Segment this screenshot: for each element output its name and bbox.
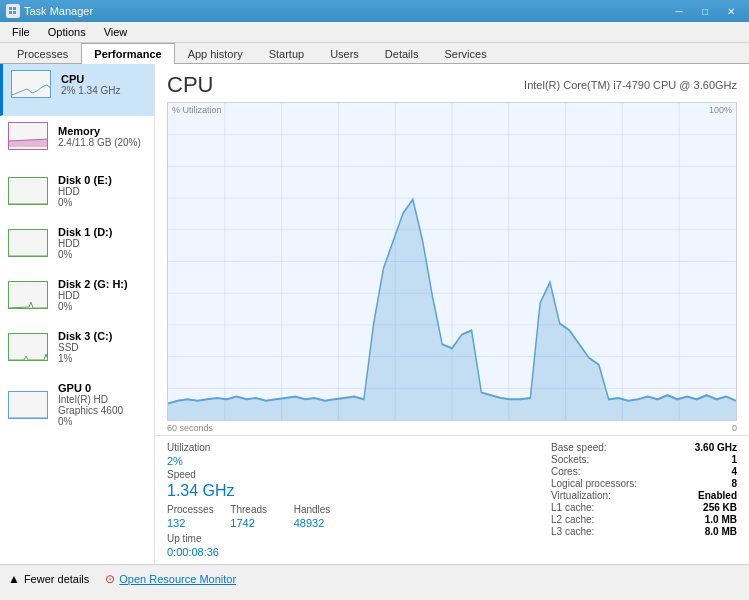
title-bar-controls: ─ □ ✕ — [667, 3, 743, 19]
svg-rect-0 — [9, 7, 12, 10]
cpu-right-panel: CPU Intel(R) Core(TM) i7-4790 CPU @ 3.60… — [155, 64, 749, 564]
sidebar-item-gpu0[interactable]: GPU 0 Intel(R) HD Graphics 4600 0% — [0, 376, 154, 434]
sockets-row: Sockets: 1 — [551, 454, 737, 465]
memory-sidebar-info: Memory 2.4/11.8 GB (20%) — [58, 125, 141, 148]
cpu-sidebar-name: CPU — [61, 73, 120, 85]
fewer-details-label: Fewer details — [24, 573, 89, 585]
gpu-sidebar-name: GPU 0 — [58, 382, 146, 394]
sockets-key: Sockets: — [551, 454, 589, 465]
utilization-value: 2% — [167, 455, 353, 467]
sidebar-item-memory[interactable]: Memory 2.4/11.8 GB (20%) — [0, 116, 154, 168]
close-button[interactable]: ✕ — [719, 3, 743, 19]
stats-col1: Utilization 2% Speed 1.34 GHz Processes … — [167, 442, 353, 558]
logical-proc-key: Logical processors: — [551, 478, 637, 489]
threads-label: Threads — [230, 504, 289, 515]
sidebar-item-disk1[interactable]: Disk 1 (D:) HDD 0% — [0, 220, 154, 272]
cores-val: 4 — [731, 466, 737, 477]
tab-app-history[interactable]: App history — [175, 43, 256, 64]
disk3-sidebar-name: Disk 3 (C:) — [58, 330, 112, 342]
logical-proc-row: Logical processors: 8 — [551, 478, 737, 489]
tab-bar: Processes Performance App history Startu… — [0, 43, 749, 64]
base-speed-row: Base speed: 3.60 GHz — [551, 442, 737, 453]
cpu-chart-svg — [168, 103, 736, 420]
cpu-panel-model: Intel(R) Core(TM) i7-4790 CPU @ 3.60GHz — [524, 79, 737, 91]
title-bar-left: Task Manager — [6, 4, 93, 18]
cpu-stats-section: Utilization 2% Speed 1.34 GHz Processes … — [155, 435, 749, 564]
processes-stat: Processes 132 — [167, 504, 226, 529]
threads-stat: Threads 1742 — [230, 504, 289, 529]
pth-stats: Processes 132 Threads 1742 Handles 48932 — [167, 504, 353, 529]
chart-y-max: 100% — [709, 105, 732, 115]
svg-rect-2 — [9, 11, 12, 14]
sidebar-item-disk0[interactable]: Disk 0 (E:) HDD 0% — [0, 168, 154, 220]
sidebar-item-cpu[interactable]: CPU 2% 1.34 GHz — [0, 64, 154, 116]
fewer-details-item[interactable]: ▲ Fewer details — [8, 572, 89, 586]
title-bar-text: Task Manager — [24, 5, 93, 17]
sidebar-item-disk2[interactable]: Disk 2 (G: H:) HDD 0% — [0, 272, 154, 324]
l3-cache-key: L3 cache: — [551, 526, 594, 537]
handles-value: 48932 — [294, 517, 353, 529]
cpu-panel-title: CPU — [167, 72, 213, 98]
disk2-sidebar-util: 0% — [58, 301, 128, 312]
title-bar: Task Manager ─ □ ✕ — [0, 0, 749, 22]
speed-stat: Speed 1.34 GHz — [167, 469, 353, 500]
fewer-details-icon: ▲ — [8, 572, 20, 586]
disk3-mini-graph — [8, 333, 48, 361]
gpu-mini-graph — [8, 391, 48, 419]
tab-startup[interactable]: Startup — [256, 43, 317, 64]
disk2-sidebar-sub: HDD — [58, 290, 128, 301]
memory-sidebar-sub: 2.4/11.8 GB (20%) — [58, 137, 141, 148]
tab-details[interactable]: Details — [372, 43, 432, 64]
disk1-mini-graph — [8, 229, 48, 257]
l1-cache-val: 256 KB — [703, 502, 737, 513]
tab-services[interactable]: Services — [431, 43, 499, 64]
disk3-sidebar-info: Disk 3 (C:) SSD 1% — [58, 330, 112, 364]
disk0-mini-graph — [8, 177, 48, 205]
l2-cache-val: 1.0 MB — [705, 514, 737, 525]
cpu-sidebar-info: CPU 2% 1.34 GHz — [61, 73, 120, 96]
base-speed-key: Base speed: — [551, 442, 607, 453]
logical-proc-val: 8 — [731, 478, 737, 489]
svg-rect-3 — [13, 11, 16, 14]
l3-cache-val: 8.0 MB — [705, 526, 737, 537]
tab-processes[interactable]: Processes — [4, 43, 81, 64]
utilization-stat: Utilization 2% — [167, 442, 353, 467]
open-resource-monitor-label: Open Resource Monitor — [119, 573, 236, 585]
svg-rect-1 — [13, 7, 16, 10]
sidebar: CPU 2% 1.34 GHz Memory 2.4/11.8 GB (20%) — [0, 64, 155, 564]
l2-cache-key: L2 cache: — [551, 514, 594, 525]
tab-users[interactable]: Users — [317, 43, 372, 64]
chart-bottom-labels: 60 seconds 0 — [155, 421, 749, 435]
handles-stat: Handles 48932 — [294, 504, 353, 529]
gpu-sidebar-util: 0% — [58, 416, 146, 427]
l3-cache-row: L3 cache: 8.0 MB — [551, 526, 737, 537]
disk1-sidebar-sub: HDD — [58, 238, 112, 249]
sidebar-item-disk3[interactable]: Disk 3 (C:) SSD 1% — [0, 324, 154, 376]
speed-value: 1.34 GHz — [167, 482, 353, 500]
processes-value: 132 — [167, 517, 226, 529]
cpu-mini-graph — [11, 70, 51, 98]
minimize-button[interactable]: ─ — [667, 3, 691, 19]
disk0-sidebar-name: Disk 0 (E:) — [58, 174, 112, 186]
cpu-chart-area: % Utilization 100% — [167, 102, 737, 421]
disk2-sidebar-name: Disk 2 (G: H:) — [58, 278, 128, 290]
disk1-sidebar-name: Disk 1 (D:) — [58, 226, 112, 238]
cpu-sidebar-sub: 2% 1.34 GHz — [61, 85, 120, 96]
chart-y-label: % Utilization — [172, 105, 222, 115]
menu-options[interactable]: Options — [40, 24, 94, 40]
speed-label: Speed — [167, 469, 353, 480]
virtualization-key: Virtualization: — [551, 490, 611, 501]
stats-col2-spacer — [359, 442, 545, 558]
disk3-sidebar-sub: SSD — [58, 342, 112, 353]
tab-performance[interactable]: Performance — [81, 43, 174, 64]
open-resource-monitor-item[interactable]: ⊙ Open Resource Monitor — [105, 572, 236, 586]
cpu-panel-header: CPU Intel(R) Core(TM) i7-4790 CPU @ 3.60… — [155, 64, 749, 102]
disk1-sidebar-info: Disk 1 (D:) HDD 0% — [58, 226, 112, 260]
menu-file[interactable]: File — [4, 24, 38, 40]
maximize-button[interactable]: □ — [693, 3, 717, 19]
menu-view[interactable]: View — [96, 24, 136, 40]
disk3-sidebar-util: 1% — [58, 353, 112, 364]
virtualization-val: Enabled — [698, 490, 737, 501]
virtualization-row: Virtualization: Enabled — [551, 490, 737, 501]
uptime-stat: Up time 0:00:08:36 — [167, 533, 353, 558]
